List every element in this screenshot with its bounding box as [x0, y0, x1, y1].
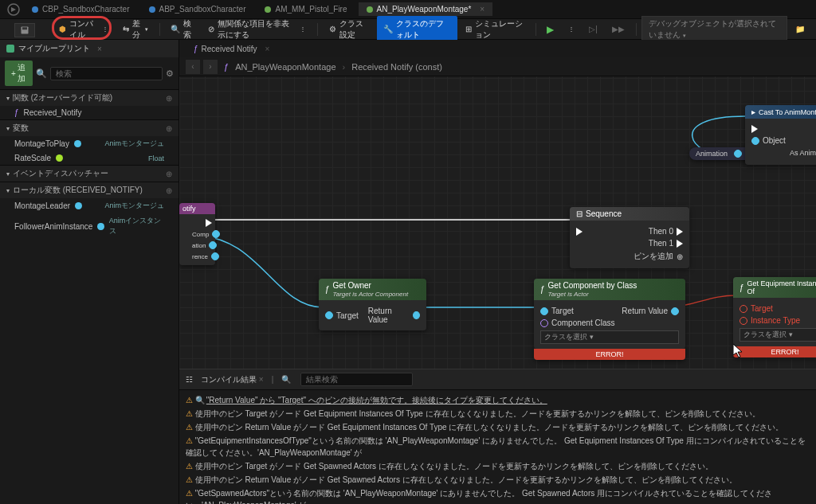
my-blueprint-panel: マイブループリント× + 追加 🔍 ⚙ ▾関数 (2オーバーライド可能)⊕ ƒR… — [0, 40, 179, 504]
tab-an[interactable]: AN_PlayWeaponMontage*× — [359, 2, 493, 16]
graph-tab-notify[interactable]: ƒReceived Notify× — [186, 42, 277, 56]
var-follower[interactable]: FollowerAnimInstanceAnimインスタンス — [0, 213, 178, 239]
node-sequence[interactable]: ⊟Sequence Then 0 Then 1 ピンを追加 ⊕ — [570, 207, 689, 268]
breadcrumb: ‹ › ƒ AN_PlayWeaponMontage › Received No… — [179, 57, 816, 76]
function-icon: ƒ — [740, 283, 744, 292]
function-received-notify[interactable]: ƒReceived_Notify — [0, 106, 178, 119]
node-get-component[interactable]: ƒGet Component by ClassTarget is Actor T… — [534, 279, 685, 360]
section-functions[interactable]: ▾関数 (2オーバーライド可能)⊕ — [0, 89, 178, 106]
blueprint-search-input[interactable] — [50, 67, 163, 80]
function-icon: ƒ — [325, 285, 330, 294]
log-line: 使用中のピン Return Value がノード Get Spawned Act… — [186, 473, 810, 486]
log-line: 使用中のピン Target がノード Get Equipment Instanc… — [186, 407, 810, 420]
cast-icon: ▸ — [751, 107, 755, 116]
section-local-vars[interactable]: ▾ローカル変数 (RECEIVED_NOTIFY)⊕ — [0, 182, 178, 198]
compile-icon: ⬢ — [59, 25, 66, 33]
save-icon — [20, 25, 29, 35]
diff-icon: ⇆ — [123, 25, 129, 33]
section-add-icon[interactable]: ⊕ — [166, 170, 172, 178]
var-leader[interactable]: MontageLeaderAnimモンタージュ — [0, 198, 178, 213]
nav-next-button[interactable]: › — [203, 60, 218, 74]
section-add-icon[interactable]: ⊕ — [166, 94, 172, 103]
wrench-icon: 🔧 — [383, 25, 393, 33]
compile-log[interactable]: 🔍"Return Value" から "Target" へのピンの接続が無効です… — [179, 390, 816, 504]
node-error-badge: ERROR! — [534, 349, 685, 360]
search-button[interactable]: 🔍検索 — [164, 16, 200, 43]
main-toolbar: ⬢ コンパイル⋮ ⇆差分▾ 🔍検索 ⊘無関係な項目を非表示にする⋮ ⚙クラス設定… — [0, 19, 816, 40]
function-icon: ƒ — [194, 45, 198, 53]
results-search-input[interactable] — [300, 373, 413, 386]
breadcrumb-root[interactable]: AN_PlayWeaponMontage — [235, 62, 335, 72]
section-variables[interactable]: ▾変数⊕ — [0, 119, 178, 136]
node-cast-anim-montage[interactable]: ▸Cast To AnimMontage Object As Animモン — [745, 105, 816, 165]
breadcrumb-leaf[interactable]: Received Notify (const) — [351, 62, 442, 72]
var-montage[interactable]: MontageToPlayAnimモンタージュ — [0, 136, 178, 151]
log-line: "GetSpawnedActors"という名前の関数は 'AN_PlayWeap… — [186, 486, 810, 504]
section-dispatchers[interactable]: ▾イベントディスパッチャー⊕ — [0, 165, 178, 182]
tab-am[interactable]: AM_MM_Pistol_Fire — [257, 2, 355, 16]
compile-results-tab[interactable]: コンパイル結果 × — [201, 374, 264, 385]
node-error-badge: ERROR! — [733, 346, 816, 357]
play-button[interactable]: ▶ — [540, 21, 560, 37]
class-settings-button[interactable]: ⚙クラス設定 — [323, 16, 375, 43]
compile-icon: ☷ — [186, 375, 193, 384]
skip-button[interactable]: ▷| — [583, 22, 604, 36]
var-rate[interactable]: RateScaleFloat — [0, 151, 178, 165]
tab-cbp[interactable]: CBP_SandboxCharacter — [24, 2, 138, 16]
search-icon: 🔍 — [171, 25, 180, 33]
search-icon: 🔍 — [281, 375, 291, 384]
function-icon: ƒ — [224, 62, 229, 72]
log-line: 使用中のピン Return Value がノード Get Equipment I… — [186, 420, 810, 434]
class-defaults-button[interactable]: 🔧クラスのデフォルト — [377, 16, 457, 43]
ue-logo-icon — [6, 2, 21, 17]
log-line: 使用中のピン Target がノード Get Spawned Actors に存… — [186, 459, 810, 473]
add-button[interactable]: + 追加 — [5, 61, 33, 86]
compile-results-panel: ☷ コンパイル結果 × | 🔍 🔍"Return Value" から "Targ… — [179, 369, 816, 504]
node-get-owner[interactable]: ƒGet OwnerTarget is Actor Component Targ… — [319, 279, 426, 330]
simulation-button[interactable]: ⊞シミュレーション — [459, 16, 531, 43]
folder-button[interactable]: 📁 — [789, 22, 811, 36]
diff-button[interactable]: ⇆差分▾ — [116, 16, 155, 43]
svg-rect-2 — [22, 27, 27, 29]
log-line: 🔍"Return Value" から "Target" へのピンの接続が無効です… — [186, 393, 810, 407]
compile-button[interactable]: ⬢ コンパイル⋮ — [53, 16, 115, 43]
step-button[interactable]: ▶▶ — [606, 22, 631, 36]
tab-abp[interactable]: ABP_SandboxCharacter — [141, 2, 254, 16]
hide-icon: ⊘ — [208, 25, 214, 33]
save-button[interactable] — [14, 23, 35, 37]
search-icon: 🔍 — [36, 68, 47, 79]
log-line: "GetEquipmentInstancesOfType"という名前の関数は '… — [186, 434, 810, 459]
graph-tabs: ƒReceived Notify× — [179, 40, 816, 57]
graph-canvas[interactable]: ƒReceived Notify× ‹ › ƒ AN_PlayWeaponMon… — [179, 40, 816, 504]
class-select-dropdown[interactable]: クラスを選択 ▾ — [740, 328, 816, 342]
add-pin-button[interactable]: ピンを追加 ⊕ — [634, 251, 683, 262]
section-add-icon[interactable]: ⊕ — [166, 186, 172, 195]
nav-prev-button[interactable]: ‹ — [186, 60, 200, 74]
gear-icon: ⚙ — [329, 25, 336, 33]
sim-icon: ⊞ — [465, 25, 472, 33]
class-select-dropdown[interactable]: クラスを選択 ▾ — [540, 330, 679, 344]
play-options-button[interactable]: ⋮ — [562, 23, 581, 35]
blueprint-icon — [6, 45, 14, 53]
function-icon: ƒ — [540, 285, 545, 294]
debug-object-select[interactable]: デバッグオブジェクトが選択されていません ▾ — [641, 16, 787, 43]
gear-icon[interactable]: ⚙ — [166, 68, 174, 79]
sequence-icon: ⊟ — [576, 209, 583, 218]
close-icon[interactable]: × — [97, 45, 102, 53]
node-get-equipment[interactable]: ƒGet Equipment Instances Of Target Insta… — [733, 277, 816, 357]
hide-unrelated-button[interactable]: ⊘無関係な項目を非表示にする⋮ — [202, 16, 312, 43]
node-received-notify[interactable]: otify Comp ation rence — [179, 203, 215, 265]
section-add-icon[interactable]: ⊕ — [166, 124, 172, 133]
